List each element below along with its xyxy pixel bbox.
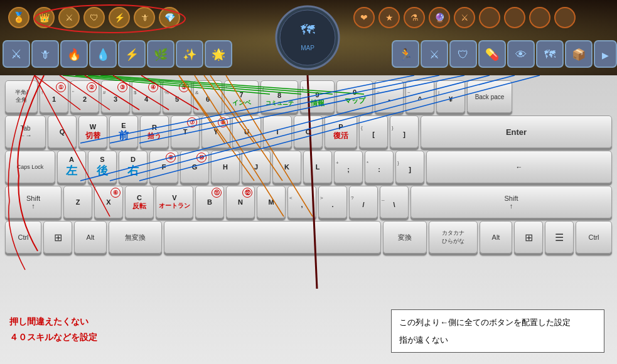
key-f[interactable]: F ⑨ [149, 151, 178, 183]
key-k[interactable]: K [272, 151, 301, 183]
key-o[interactable]: O [294, 115, 323, 148]
svg-text:⚗: ⚗ [410, 13, 419, 23]
key-7[interactable]: ' 7 インベ [224, 80, 259, 113]
key-minus[interactable]: = - [375, 80, 404, 113]
annotation-line2: ４０スキルなどを設定 [9, 329, 97, 345]
key-j[interactable]: J [242, 151, 271, 183]
key-5[interactable]: % 5 ⑤ [163, 80, 191, 113]
key-0-label: マップ [345, 96, 365, 105]
key-r-label: 拾う [148, 131, 161, 141]
key-win-left[interactable]: ⊞ [43, 221, 72, 254]
key-backslash2[interactable]: _ \ [380, 186, 409, 218]
key-win-right[interactable]: ⊞ [514, 221, 543, 254]
key-d[interactable]: D 右 [119, 151, 148, 183]
key-c[interactable]: C 反転 [125, 186, 154, 218]
key-0[interactable]: 0 マップ [336, 80, 373, 113]
svg-text:💎: 💎 [164, 13, 176, 23]
svg-text:⚡: ⚡ [114, 13, 126, 23]
key-s-label: 後 [97, 163, 108, 178]
key-g[interactable]: G ⑩ [180, 151, 209, 183]
number-row: 半角/全角 ! 1 ① " 2 ② # 3 ③ $ 4 ④ [5, 80, 612, 113]
key-space[interactable] [164, 221, 381, 254]
key-hankaku[interactable]: 半角/全角 [5, 80, 38, 113]
key-katakana[interactable]: カタカナひらがな [429, 221, 478, 254]
key-8[interactable]: ( 8 コミュニテ [260, 80, 298, 113]
key-bracket-l[interactable]: { [ [359, 115, 388, 148]
svg-text:💧: 💧 [96, 48, 110, 62]
key-muhenkan[interactable]: 無変換 [109, 221, 162, 254]
key-9-label: 情報 [311, 99, 325, 108]
key-v[interactable]: V オートラン [156, 186, 193, 218]
key-3[interactable]: # 3 ③ [101, 80, 130, 113]
key-ctrl-left[interactable]: Ctrl [5, 221, 41, 254]
key-comma[interactable]: < , [287, 186, 316, 218]
svg-text:★: ★ [385, 13, 394, 23]
key-2[interactable]: " 2 ② [70, 80, 99, 113]
svg-text:💊: 💊 [485, 48, 500, 62]
key-slash[interactable]: ? / [349, 186, 378, 218]
circle-2: ② [87, 82, 97, 92]
key-i[interactable]: I [263, 115, 292, 148]
key-b[interactable]: B ⑪ [195, 186, 224, 218]
key-q[interactable]: Q [48, 115, 77, 148]
key-e[interactable]: E 前 [109, 115, 138, 148]
key-l[interactable]: L [303, 151, 332, 183]
svg-text:📦: 📦 [572, 48, 586, 62]
circle-1: ① [56, 82, 66, 92]
key-1[interactable]: ! 1 ① [40, 80, 68, 113]
key-w[interactable]: W 切替 [78, 115, 107, 148]
svg-text:🔮: 🔮 [434, 13, 446, 23]
key-colon[interactable]: * : [365, 151, 394, 183]
key-alt-left[interactable]: Alt [74, 221, 107, 254]
key-8-label: コミュニテ [266, 99, 294, 107]
key-ctrl-right[interactable]: Ctrl [576, 221, 612, 254]
key-c-label: 反転 [132, 201, 146, 211]
key-s[interactable]: S 後 [88, 151, 117, 183]
key-alt-right[interactable]: Alt [480, 221, 512, 254]
circle-6: ⑥ [110, 188, 121, 198]
key-x[interactable]: X ⑥ [94, 186, 123, 218]
key-m[interactable]: M [257, 186, 286, 218]
key-henkan[interactable]: 変換 [383, 221, 427, 254]
key-a[interactable]: A 左 [57, 151, 86, 183]
svg-text:🛡: 🛡 [90, 13, 99, 23]
banner-svg: 🏅 👑 ⚔ 🛡 ⚡ 🗡 💎 🗺 MAP ❤ [0, 0, 617, 75]
svg-text:🛡: 🛡 [458, 48, 469, 61]
key-r[interactable]: R 拾う [140, 115, 169, 148]
key-w-label: 切替 [85, 131, 100, 141]
key-9[interactable]: ) 9 情報 [300, 80, 335, 113]
key-backspace[interactable]: Back pace [467, 80, 512, 113]
key-bracket-r[interactable]: } ] [390, 115, 419, 148]
circle-8: ⑧ [218, 117, 228, 127]
svg-point-15 [280, 10, 335, 65]
key-capslock[interactable]: Caps Lock [5, 151, 55, 183]
key-period[interactable]: > . [318, 186, 347, 218]
key-y[interactable]: Y ⑧ [201, 115, 230, 148]
svg-point-24 [480, 8, 500, 28]
key-backslash[interactable]: ← [426, 151, 612, 183]
key-p-label: 復活 [333, 131, 348, 141]
key-z[interactable]: Z [63, 186, 92, 218]
key-t[interactable]: T ⑦ [171, 115, 200, 148]
svg-text:🗺: 🗺 [301, 22, 315, 38]
key-menu[interactable]: ☰ [545, 221, 574, 254]
key-tab[interactable]: Tab←→ [5, 115, 46, 148]
keyboard: 半角/全角 ! 1 ① " 2 ② # 3 ③ $ 4 ④ [5, 80, 612, 254]
key-yen[interactable]: | ¥ [436, 80, 465, 113]
key-4[interactable]: $ 4 ④ [132, 80, 161, 113]
key-n[interactable]: N ⑫ [226, 186, 255, 218]
key-h[interactable]: H [211, 151, 240, 183]
key-u[interactable]: U [232, 115, 261, 148]
key-shift-right[interactable]: Shift↑ [410, 186, 612, 218]
key-p[interactable]: P 復活 [325, 115, 357, 148]
key-hat[interactable]: ~ ^ [405, 80, 434, 113]
key-shift-left[interactable]: Shift↑ [5, 186, 62, 218]
svg-text:🌿: 🌿 [154, 48, 168, 62]
bottom-row: Ctrl ⊞ Alt 無変換 変換 カタカナひらがな Alt ⊞ [5, 221, 612, 254]
game-banner: 🏅 👑 ⚔ 🛡 ⚡ 🗡 💎 🗺 MAP ❤ [0, 0, 617, 75]
key-6[interactable]: & 6 [193, 80, 222, 113]
key-enter[interactable]: Enter [421, 115, 612, 148]
key-semicolon[interactable]: + ; [334, 151, 363, 183]
key-close-bracket[interactable]: } ] [395, 151, 424, 183]
svg-text:🗡: 🗡 [140, 13, 149, 23]
